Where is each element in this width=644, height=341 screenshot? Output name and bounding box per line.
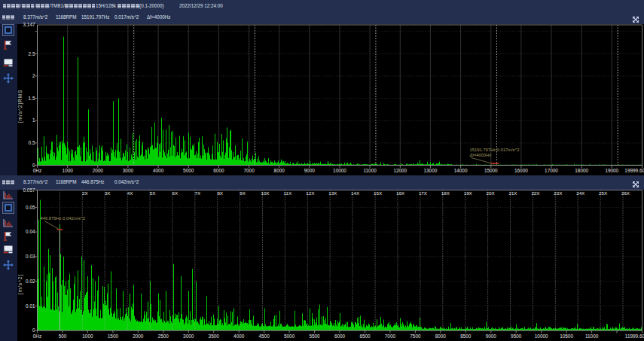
svg-text:9000: 9000 — [304, 168, 316, 173]
svg-text:19X: 19X — [464, 190, 472, 196]
svg-text:15191.797Hz,0.017m/s^2: 15191.797Hz,0.017m/s^2 — [470, 148, 520, 152]
svg-text:0Hz: 0Hz — [33, 333, 41, 339]
svg-text:0: 0 — [32, 163, 35, 168]
svg-text:2X: 2X — [82, 190, 88, 196]
svg-text:6000: 6000 — [334, 333, 346, 339]
svg-text:12000: 12000 — [393, 168, 407, 173]
svg-text:18000: 18000 — [575, 168, 588, 173]
svg-text:0: 0 — [32, 327, 35, 333]
svg-text:10500: 10500 — [560, 333, 573, 339]
svg-text:2000: 2000 — [133, 333, 144, 339]
svg-text:7000: 7000 — [243, 168, 255, 173]
svg-text:Δf=4000Hz: Δf=4000Hz — [470, 153, 492, 157]
svg-text:446.875Hz,0.042m/s^2: 446.875Hz,0.042m/s^2 — [41, 216, 85, 221]
svg-text:20X: 20X — [487, 190, 495, 196]
svg-text:4X: 4X — [127, 190, 133, 196]
svg-text:11X: 11X — [284, 190, 292, 196]
svg-text:21X: 21X — [508, 190, 517, 196]
svg-text:4000: 4000 — [153, 168, 164, 173]
svg-text:6X: 6X — [172, 190, 179, 196]
svg-text:14X: 14X — [351, 190, 359, 196]
svg-text:2.5: 2.5 — [29, 51, 35, 56]
svg-text:1000: 1000 — [63, 168, 74, 173]
svg-text:7X: 7X — [195, 190, 201, 196]
svg-text:14000: 14000 — [454, 168, 468, 173]
svg-text:3500: 3500 — [209, 333, 220, 339]
svg-text:13000: 13000 — [424, 168, 438, 173]
svg-text:0.01: 0.01 — [26, 303, 35, 309]
svg-text:0.05: 0.05 — [26, 205, 35, 210]
svg-text:1.5: 1.5 — [29, 96, 35, 101]
svg-text:5000: 5000 — [284, 333, 295, 339]
svg-text:17X: 17X — [419, 190, 427, 196]
svg-text:8000: 8000 — [435, 333, 447, 339]
svg-text:500: 500 — [59, 333, 67, 339]
svg-text:26X: 26X — [621, 190, 630, 196]
svg-text:3000: 3000 — [183, 333, 194, 339]
svg-text:2500: 2500 — [158, 333, 169, 339]
svg-text:0.03: 0.03 — [26, 254, 35, 259]
svg-text:9000: 9000 — [486, 333, 497, 339]
svg-text:1000: 1000 — [82, 333, 93, 339]
svg-text:15X: 15X — [374, 190, 382, 196]
svg-text:13X: 13X — [328, 190, 337, 196]
svg-text:0.057: 0.057 — [23, 187, 35, 193]
svg-text:19999.60: 19999.60 — [624, 168, 644, 173]
svg-text:0.04: 0.04 — [26, 229, 35, 234]
svg-text:11000: 11000 — [585, 333, 599, 339]
svg-text:3.147: 3.147 — [23, 22, 35, 27]
svg-text:10000: 10000 — [333, 168, 346, 173]
svg-text:2: 2 — [32, 73, 35, 78]
svg-text:6000: 6000 — [213, 168, 224, 173]
svg-text:2000: 2000 — [93, 168, 104, 173]
svg-text:6500: 6500 — [359, 333, 371, 339]
svg-text:1500: 1500 — [108, 333, 119, 339]
svg-text:22X: 22X — [531, 190, 539, 196]
svg-text:19000: 19000 — [605, 168, 618, 173]
svg-text:0.5: 0.5 — [29, 140, 35, 145]
svg-text:5500: 5500 — [309, 333, 320, 339]
svg-text:16000: 16000 — [514, 168, 528, 173]
svg-text:0.02: 0.02 — [26, 279, 35, 284]
svg-text:5000: 5000 — [183, 168, 194, 173]
svg-text:8500: 8500 — [460, 333, 472, 339]
svg-text:17000: 17000 — [545, 168, 558, 173]
svg-text:10000: 10000 — [535, 333, 548, 339]
svg-text:8X: 8X — [217, 190, 223, 196]
svg-text:8000: 8000 — [274, 168, 285, 173]
svg-text:5X: 5X — [150, 190, 156, 196]
svg-text:11999.60: 11999.60 — [625, 333, 644, 339]
svg-text:4500: 4500 — [258, 333, 270, 339]
svg-text:7000: 7000 — [385, 333, 396, 339]
svg-text:16X: 16X — [396, 190, 404, 196]
svg-text:9X: 9X — [240, 190, 246, 196]
svg-text:25X: 25X — [599, 190, 607, 196]
svg-text:23X: 23X — [554, 190, 562, 196]
svg-text:24X: 24X — [576, 190, 584, 196]
svg-text:1: 1 — [32, 117, 35, 123]
svg-text:10X: 10X — [261, 190, 269, 196]
svg-text:4000: 4000 — [233, 333, 245, 339]
svg-text:3X: 3X — [105, 190, 111, 196]
svg-text:0Hz: 0Hz — [33, 168, 41, 173]
svg-text:11000: 11000 — [363, 168, 377, 173]
svg-text:9500: 9500 — [511, 333, 522, 339]
svg-text:3000: 3000 — [123, 168, 134, 173]
svg-text:15000: 15000 — [484, 168, 498, 173]
svg-text:7500: 7500 — [410, 333, 421, 339]
svg-text:18X: 18X — [441, 190, 450, 196]
svg-text:12X: 12X — [306, 190, 314, 196]
